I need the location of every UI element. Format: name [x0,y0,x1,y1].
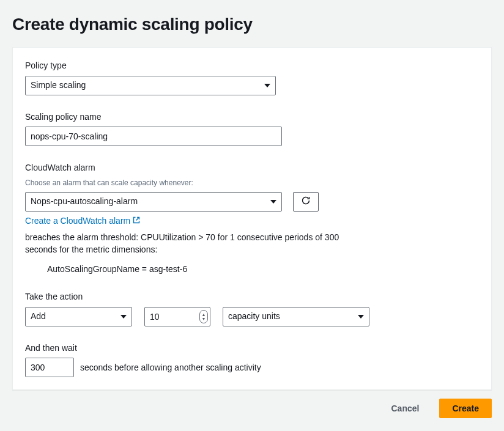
create-alarm-link[interactable]: Create a CloudWatch alarm [25,215,140,227]
chevron-down-icon [270,200,276,204]
external-link-icon [133,215,140,227]
action-unit-value: capacity units [228,311,280,323]
chevron-down-icon [264,84,270,87]
alarm-value: Nops-cpu-autoscaling-alarm [31,196,138,208]
cooldown-input[interactable] [25,358,74,377]
action-amount-input[interactable] [144,307,210,326]
alarm-label: CloudWatch alarm [25,162,479,174]
cooldown-label: And then wait [25,342,479,355]
cancel-button[interactable]: Cancel [378,399,432,418]
form-panel: Policy type Simple scaling Scaling polic… [12,47,492,390]
alarm-select[interactable]: Nops-cpu-autoscaling-alarm [25,192,282,212]
action-label: Take the action [25,291,479,303]
create-button[interactable]: Create [439,399,492,418]
refresh-icon [301,196,311,207]
create-alarm-link-label: Create a CloudWatch alarm [25,215,130,227]
alarm-breach-text: breaches the alarm threshold: CPUUtiliza… [25,232,368,256]
action-op-value: Add [31,311,46,323]
alarm-hint: Choose an alarm that can scale capacity … [25,178,479,188]
policy-name-input[interactable] [25,127,282,146]
policy-type-label: Policy type [25,60,479,72]
policy-type-value: Simple scaling [31,79,86,92]
refresh-button[interactable] [293,192,319,212]
chevron-down-icon [358,315,364,319]
footer-actions: Cancel Create [12,390,492,418]
policy-name-label: Scaling policy name [25,111,479,123]
action-op-select[interactable]: Add [25,307,132,326]
chevron-down-icon [120,315,127,319]
alarm-dimension: AutoScalingGroupName = asg-test-6 [25,263,479,276]
action-unit-select[interactable]: capacity units [223,307,369,326]
policy-type-select[interactable]: Simple scaling [25,76,276,95]
cooldown-suffix: seconds before allowing another scaling … [80,362,261,374]
page-title: Create dynamic scaling policy [12,12,492,36]
